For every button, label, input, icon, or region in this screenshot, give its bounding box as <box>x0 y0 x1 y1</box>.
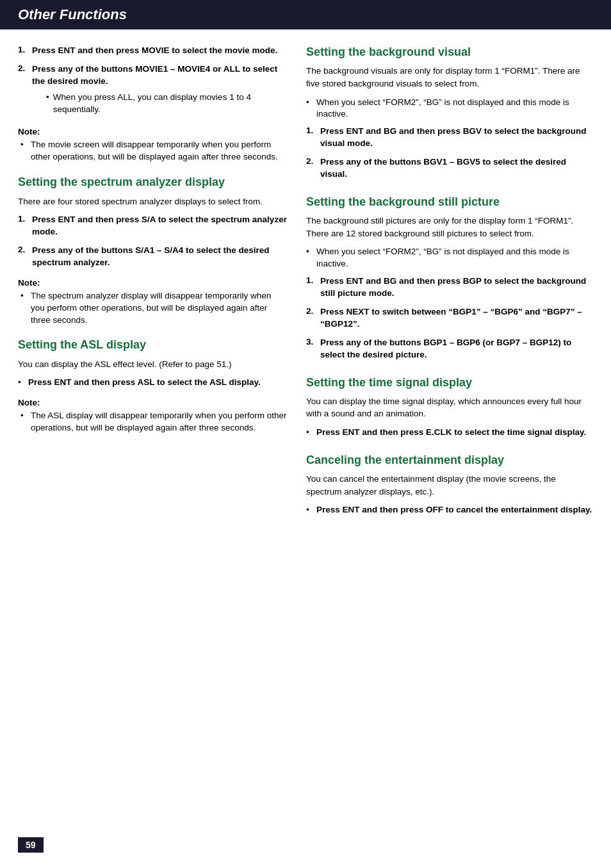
bg-still-list-number-3: 3. <box>306 337 320 347</box>
bg-visual-list-number-1: 1. <box>306 126 320 135</box>
note-section-1: Note: • The movie screen will disappear … <box>18 127 287 163</box>
page-title: Other Functions <box>18 6 127 23</box>
bg-still-numbered-list: 1. Press ENT and BG and then press BGP t… <box>306 275 593 361</box>
intro-numbered-list: 1. Press ENT and then press MOVIE to sel… <box>18 45 287 118</box>
list-item-2: 2. Press any of the buttons MOVIE1 – MOV… <box>18 63 287 119</box>
bg-still-section: Setting the background still picture The… <box>306 195 593 361</box>
spectrum-section-title: Setting the spectrum analyzer display <box>18 175 287 190</box>
asl-bullet-text: Press ENT and then press ASL to select t… <box>28 377 261 389</box>
right-column: Setting the background visual The backgr… <box>306 45 593 530</box>
bg-still-bullet-text: When you select “FORM2”, “BG” is not dis… <box>316 246 593 270</box>
note-label-1: Note: <box>18 127 287 136</box>
note-bullet-1: • The movie screen will disappear tempor… <box>18 139 287 163</box>
bg-visual-bullet-text: When you select “FORM2”, “BG” is not dis… <box>316 97 593 121</box>
cancel-bullet-dot: • <box>306 504 313 516</box>
bg-still-list-number-1: 1. <box>306 275 320 285</box>
time-signal-bullet-text: Press ENT and then press E.CLK to select… <box>316 427 586 439</box>
bg-visual-body: The background visuals are only for disp… <box>306 65 593 90</box>
sub-bullet-text: When you press ALL, you can display movi… <box>53 92 287 116</box>
spectrum-list-number-1: 1. <box>18 214 32 224</box>
sub-bullet-1: • When you press ALL, you can display mo… <box>46 92 287 116</box>
main-content: 1. Press ENT and then press MOVIE to sel… <box>0 29 611 546</box>
bg-visual-list-item-2: 2. Press any of the buttons BGV1 – BGV5 … <box>306 156 593 181</box>
bg-still-body: The background still pictures are only f… <box>306 215 593 240</box>
page-number: 59 <box>18 837 44 853</box>
cancel-bullet: • Press ENT and then press OFF to cancel… <box>306 504 593 516</box>
cancel-section: Canceling the entertainment display You … <box>306 453 593 516</box>
time-signal-bullet-dot: • <box>306 427 313 439</box>
spectrum-numbered-list: 1. Press ENT and then press S/A to selec… <box>18 214 287 269</box>
page: Other Functions 1. Press ENT and then pr… <box>0 0 611 868</box>
spectrum-list-text-1: Press ENT and then press S/A to select t… <box>32 214 287 238</box>
note-bullet-dot-1: • <box>20 139 27 151</box>
list-item-text-1: Press ENT and then press MOVIE to select… <box>32 45 277 57</box>
bg-still-title: Setting the background still picture <box>306 195 593 209</box>
spectrum-section: Setting the spectrum analyzer display Th… <box>18 175 287 326</box>
asl-note-section: Note: • The ASL display will disappear t… <box>18 398 287 434</box>
bg-visual-list-number-2: 2. <box>306 156 320 166</box>
asl-bullet-item: • Press ENT and then press ASL to select… <box>18 377 287 389</box>
bg-still-list-text-3: Press any of the buttons BGP1 – BGP6 (or… <box>320 337 593 361</box>
list-number-1: 1. <box>18 45 32 54</box>
header-bar: Other Functions <box>0 0 611 29</box>
time-signal-title: Setting the time signal display <box>306 375 593 390</box>
bg-still-bullet-intro: • When you select “FORM2”, “BG” is not d… <box>306 246 593 270</box>
cancel-body: You can cancel the entertainment display… <box>306 473 593 498</box>
asl-note-label: Note: <box>18 398 287 407</box>
spectrum-note-label: Note: <box>18 278 287 288</box>
bg-visual-list-text-2: Press any of the buttons BGV1 – BGV5 to … <box>320 156 593 181</box>
spectrum-list-item-2: 2. Press any of the buttons S/A1 – S/A4 … <box>18 245 287 269</box>
sub-bullet-dot: • <box>46 92 49 104</box>
spectrum-note-bullet: • The spectrum analyzer display will dis… <box>18 290 287 327</box>
asl-note-dot: • <box>20 410 27 422</box>
bg-still-list-item-1: 1. Press ENT and BG and then press BGP t… <box>306 275 593 300</box>
bg-visual-section: Setting the background visual The backgr… <box>306 45 593 181</box>
bg-visual-bullet-dot: • <box>306 97 313 109</box>
asl-bullet-dot: • <box>18 377 24 389</box>
list-item: 1. Press ENT and then press MOVIE to sel… <box>18 45 287 57</box>
page-number-area: 59 <box>18 837 44 853</box>
spectrum-note-section: Note: • The spectrum analyzer display wi… <box>18 278 287 327</box>
bg-still-list-item-3: 3. Press any of the buttons BGP1 – BGP6 … <box>306 337 593 361</box>
bg-still-list-text-1: Press ENT and BG and then press BGP to s… <box>320 275 593 300</box>
asl-note-bullet: • The ASL display will disappear tempora… <box>18 410 287 434</box>
spectrum-list-item-1: 1. Press ENT and then press S/A to selec… <box>18 214 287 238</box>
time-signal-bullet: • Press ENT and then press E.CLK to sele… <box>306 427 593 439</box>
bg-still-bullet-dot: • <box>306 246 313 258</box>
bg-visual-list-item-1: 1. Press ENT and BG and then press BGV t… <box>306 126 593 150</box>
bg-still-list-item-2: 2. Press NEXT to switch between “BGP1” –… <box>306 306 593 331</box>
asl-section-title: Setting the ASL display <box>18 338 287 352</box>
note-bullet-text-1: The movie screen will disappear temporar… <box>31 139 287 163</box>
left-column: 1. Press ENT and then press MOVIE to sel… <box>18 45 287 530</box>
cancel-bullet-text: Press ENT and then press OFF to cancel t… <box>316 504 592 516</box>
list-item-text-2: Press any of the buttons MOVIE1 – MOVIE4… <box>32 64 277 86</box>
asl-note-text: The ASL display will disappear temporari… <box>31 410 287 434</box>
time-signal-body: You can display the time signal display,… <box>306 395 593 420</box>
bg-still-list-text-2: Press NEXT to switch between “BGP1” – “B… <box>320 306 593 331</box>
bg-visual-numbered-list: 1. Press ENT and BG and then press BGV t… <box>306 126 593 181</box>
spectrum-list-text-2: Press any of the buttons S/A1 – S/A4 to … <box>32 245 287 269</box>
spectrum-note-text: The spectrum analyzer display will disap… <box>31 290 287 327</box>
spectrum-list-number-2: 2. <box>18 245 32 254</box>
bg-still-list-number-2: 2. <box>306 306 320 316</box>
spectrum-section-body: There are four stored spectrum analyzer … <box>18 195 287 208</box>
asl-section-body: You can display the ASL effect level. (R… <box>18 358 287 371</box>
spectrum-note-dot: • <box>20 290 27 302</box>
cancel-title: Canceling the entertainment display <box>306 453 593 468</box>
asl-section: Setting the ASL display You can display … <box>18 338 287 434</box>
bg-visual-title: Setting the background visual <box>306 45 593 60</box>
bg-visual-list-text-1: Press ENT and BG and then press BGV to s… <box>320 126 593 150</box>
list-number-2: 2. <box>18 63 32 73</box>
bg-visual-bullet-intro: • When you select “FORM2”, “BG” is not d… <box>306 97 593 121</box>
time-signal-section: Setting the time signal display You can … <box>306 375 593 439</box>
